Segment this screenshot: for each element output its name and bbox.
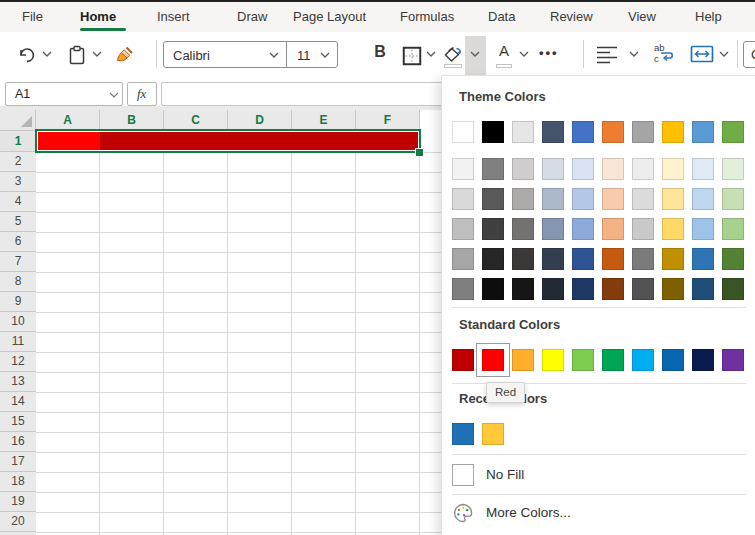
theme-variant-swatch-1-9[interactable]: [722, 188, 744, 210]
theme-color-swatch-4[interactable]: [572, 121, 594, 143]
number-format-select-partial[interactable]: G: [743, 41, 755, 68]
theme-variant-swatch-2-7[interactable]: [662, 218, 684, 240]
theme-variant-swatch-1-7[interactable]: [662, 188, 684, 210]
theme-variant-swatch-3-8[interactable]: [692, 248, 714, 270]
font-size-chevron-icon[interactable]: [320, 52, 330, 59]
row-header-3[interactable]: 3: [0, 172, 36, 192]
theme-variant-swatch-4-5[interactable]: [602, 278, 624, 300]
paste-clipboard-icon[interactable]: [66, 44, 88, 66]
name-box[interactable]: A1: [5, 82, 123, 106]
theme-variant-swatch-4-9[interactable]: [722, 278, 744, 300]
theme-variant-swatch-0-1[interactable]: [482, 158, 504, 180]
theme-variant-swatch-0-7[interactable]: [662, 158, 684, 180]
theme-variant-swatch-3-7[interactable]: [662, 248, 684, 270]
theme-variant-swatch-2-4[interactable]: [572, 218, 594, 240]
theme-color-swatch-2[interactable]: [512, 121, 534, 143]
tab-data[interactable]: Data: [488, 9, 515, 24]
theme-variant-swatch-0-8[interactable]: [692, 158, 714, 180]
theme-variant-swatch-2-3[interactable]: [542, 218, 564, 240]
more-colors-label[interactable]: More Colors...: [486, 505, 571, 520]
theme-variant-swatch-4-1[interactable]: [482, 278, 504, 300]
merge-chevron-icon[interactable]: [719, 51, 729, 58]
theme-variant-swatch-4-3[interactable]: [542, 278, 564, 300]
undo-chevron-icon[interactable]: [42, 51, 52, 58]
tab-home[interactable]: Home: [80, 9, 116, 24]
theme-variant-swatch-2-0[interactable]: [452, 218, 474, 240]
theme-color-swatch-3[interactable]: [542, 121, 564, 143]
fill-color-bucket-icon[interactable]: [442, 44, 464, 66]
theme-variant-swatch-3-6[interactable]: [632, 248, 654, 270]
select-all-corner[interactable]: [0, 110, 36, 131]
theme-variant-swatch-1-8[interactable]: [692, 188, 714, 210]
theme-variant-swatch-4-4[interactable]: [572, 278, 594, 300]
theme-variant-swatch-3-2[interactable]: [512, 248, 534, 270]
theme-variant-swatch-1-3[interactable]: [542, 188, 564, 210]
row-header-18[interactable]: 18: [0, 472, 36, 492]
font-size-select[interactable]: 11: [286, 41, 338, 68]
theme-color-swatch-8[interactable]: [692, 121, 714, 143]
insert-function-button[interactable]: fx: [127, 82, 157, 106]
theme-variant-swatch-4-8[interactable]: [692, 278, 714, 300]
theme-variant-swatch-3-3[interactable]: [542, 248, 564, 270]
no-fill-swatch[interactable]: [452, 464, 474, 486]
font-name-select[interactable]: Calibri: [163, 41, 287, 68]
row-header-20[interactable]: 20: [0, 512, 36, 532]
font-name-chevron-icon[interactable]: [269, 52, 279, 59]
theme-variant-swatch-0-3[interactable]: [542, 158, 564, 180]
name-box-chevron-icon[interactable]: [109, 92, 119, 99]
wrap-text-icon[interactable]: ab c: [652, 41, 678, 69]
row-header-10[interactable]: 10: [0, 312, 36, 332]
theme-variant-swatch-1-4[interactable]: [572, 188, 594, 210]
standard-color-swatch-3[interactable]: [542, 349, 564, 371]
tab-file[interactable]: File: [22, 9, 43, 24]
theme-variant-swatch-4-6[interactable]: [632, 278, 654, 300]
merge-center-icon[interactable]: [690, 44, 714, 64]
row-header-5[interactable]: 5: [0, 212, 36, 232]
theme-variant-swatch-3-9[interactable]: [722, 248, 744, 270]
fill-color-chevron-icon[interactable]: [470, 51, 480, 58]
paste-chevron-icon[interactable]: [92, 51, 102, 58]
theme-variant-swatch-4-7[interactable]: [662, 278, 684, 300]
bold-button[interactable]: B: [370, 43, 390, 61]
theme-variant-swatch-2-5[interactable]: [602, 218, 624, 240]
theme-color-swatch-0[interactable]: [452, 121, 474, 143]
standard-color-swatch-4[interactable]: [572, 349, 594, 371]
row-header-11[interactable]: 11: [0, 332, 36, 352]
theme-variant-swatch-0-2[interactable]: [512, 158, 534, 180]
theme-variant-swatch-1-2[interactable]: [512, 188, 534, 210]
row-header-19[interactable]: 19: [0, 492, 36, 512]
theme-variant-swatch-1-6[interactable]: [632, 188, 654, 210]
standard-color-swatch-0[interactable]: [452, 349, 474, 371]
theme-color-swatch-6[interactable]: [632, 121, 654, 143]
standard-color-swatch-6[interactable]: [632, 349, 654, 371]
row-header-7[interactable]: 7: [0, 252, 36, 272]
row-header-4[interactable]: 4: [0, 192, 36, 212]
standard-color-swatch-7[interactable]: [662, 349, 684, 371]
column-header-f[interactable]: F: [356, 110, 420, 131]
format-painter-icon[interactable]: [114, 44, 136, 66]
theme-variant-swatch-0-4[interactable]: [572, 158, 594, 180]
row-header-2[interactable]: 2: [0, 152, 36, 172]
selection-fill-handle[interactable]: [415, 148, 424, 157]
standard-color-swatch-8[interactable]: [692, 349, 714, 371]
palette-icon[interactable]: [452, 502, 474, 524]
row-header-12[interactable]: 12: [0, 352, 36, 372]
theme-color-swatch-5[interactable]: [602, 121, 624, 143]
theme-color-swatch-7[interactable]: [662, 121, 684, 143]
column-header-e[interactable]: E: [292, 110, 356, 131]
theme-variant-swatch-0-9[interactable]: [722, 158, 744, 180]
column-header-a[interactable]: A: [36, 110, 100, 131]
theme-variant-swatch-3-4[interactable]: [572, 248, 594, 270]
theme-variant-swatch-2-6[interactable]: [632, 218, 654, 240]
column-header-b[interactable]: B: [100, 110, 164, 131]
font-color-icon[interactable]: A: [495, 42, 513, 59]
row-header-16[interactable]: 16: [0, 432, 36, 452]
theme-variant-swatch-0-0[interactable]: [452, 158, 474, 180]
recent-color-swatch-0[interactable]: [452, 423, 474, 445]
cells-b1-f1-fill[interactable]: [100, 132, 418, 150]
tab-page-layout[interactable]: Page Layout: [293, 9, 366, 24]
align-chevron-icon[interactable]: [629, 51, 639, 58]
row-header-15[interactable]: 15: [0, 412, 36, 432]
standard-color-swatch-1[interactable]: [482, 349, 504, 371]
tab-formulas[interactable]: Formulas: [400, 9, 454, 24]
